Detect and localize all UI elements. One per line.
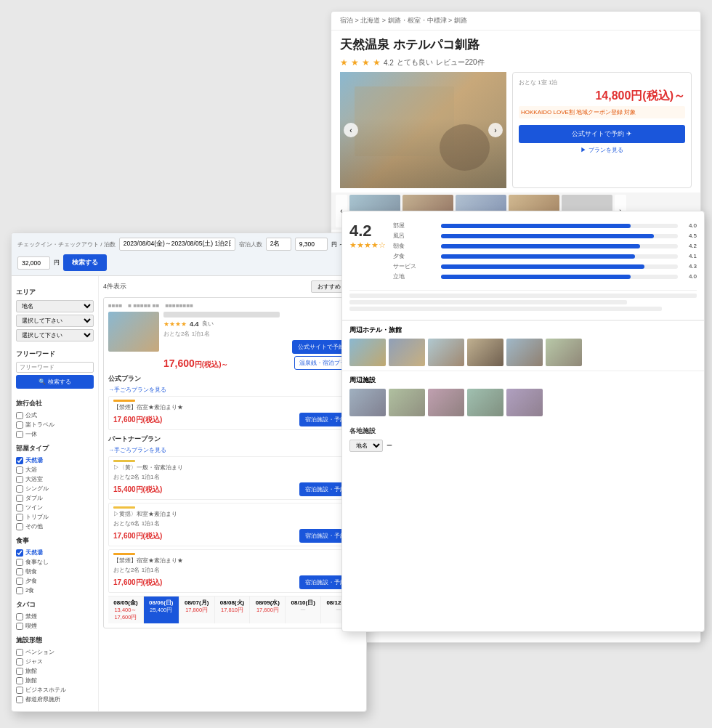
cal-0807[interactable]: 08/07(月) 17,800円 <box>179 596 215 623</box>
cb-inn[interactable]: 旅館 <box>16 676 94 684</box>
cb-other[interactable]: その他 <box>16 522 94 530</box>
public-plan-item-1: 【禁煙】宿室★素泊まり★ 17,600円(税込) 宿泊施設・予約 <box>108 396 357 430</box>
cb-onsen[interactable]: 天然湯 <box>16 456 94 464</box>
cb-business[interactable]: ビジネスホテル <box>16 686 94 694</box>
partner-plan-color-2 <box>113 506 135 509</box>
search-button[interactable]: 検索する <box>63 254 107 271</box>
nearby-hotel-3[interactable] <box>428 339 464 366</box>
next-image-button[interactable]: › <box>488 123 503 137</box>
price-unit-front: 円 <box>54 259 60 267</box>
cb-no-meal[interactable]: 食事なし <box>16 558 94 566</box>
facility-select[interactable]: 地名 <box>349 440 383 452</box>
cb-dinner[interactable]: 夕食 <box>16 577 94 585</box>
price-to-input-front[interactable] <box>17 256 50 270</box>
cb-ryokan[interactable]: 旅館 <box>16 667 94 675</box>
cal-date-0808: 08/08(火) <box>217 599 248 607</box>
cal-0809[interactable]: 08/09(水) 17,600円 <box>250 596 286 623</box>
area-filter-title: エリア <box>16 288 94 297</box>
cal-0810[interactable]: 08/10(日) ー <box>286 596 321 623</box>
rating-bar-fill-breakfast <box>441 244 640 248</box>
price-from-input[interactable] <box>295 238 328 251</box>
cal-0805[interactable]: 08/05(金) 13,400～17,600円 <box>108 596 144 623</box>
more-plans-link[interactable]: ▶ プランを見る <box>519 146 685 154</box>
review-nearby-panel: 4.2 ★★★★☆ 部屋 4.0 風呂 4.5 <box>341 211 705 632</box>
nearby-hotels-section: 周辺ホテル・旅館 <box>342 320 704 371</box>
hotel-price-block: 17,600円(税込)～ <box>163 357 229 370</box>
cal-price-0810: ー <box>287 607 319 614</box>
rating-label-bath: 風呂 <box>393 232 437 240</box>
cb-meal-onsen[interactable]: 天然湯 <box>16 549 94 557</box>
cal-price-0805: 13,400～17,600円 <box>110 607 142 621</box>
nearby-hotel-6[interactable] <box>546 339 582 366</box>
public-plans-link[interactable]: →手ごろプランを見る <box>108 386 357 394</box>
rating-overview: 4.2 ★★★★☆ 部屋 4.0 風呂 4.5 <box>349 217 697 287</box>
booking-widget: おとな 1室 1泊 14,800円(税込)～ HOKKAIDO LOVE割 地域… <box>512 72 692 188</box>
room-type-title: 部屋タイプ <box>16 444 94 453</box>
rating-row-dinner: 夕食 4.1 <box>393 252 697 260</box>
review-comments-placeholder <box>349 290 697 314</box>
partner-plans-link[interactable]: →手ごろプランを見る <box>108 446 357 454</box>
cb-bath[interactable]: 大浴 <box>16 466 94 474</box>
hotel-image[interactable] <box>108 312 159 352</box>
cb-pension[interactable]: ペンション <box>16 648 94 656</box>
cb-two-meals[interactable]: 2食 <box>16 586 94 594</box>
cb-bathroom[interactable]: 大浴室 <box>16 475 94 483</box>
score-stars: ★★★★☆ <box>349 240 386 250</box>
facility-sep: ー <box>387 442 392 450</box>
nearby-facility-2[interactable] <box>389 389 425 416</box>
sidebar-search-button[interactable]: 🔍 検索する <box>16 375 94 389</box>
nearby-hotel-1[interactable] <box>349 339 386 366</box>
prefecture-select[interactable]: 地名 <box>16 300 94 312</box>
additional-info-content: 地名 ー <box>349 440 697 452</box>
area-from-select[interactable]: 選択して下さい <box>16 315 94 327</box>
nearby-facility-3[interactable] <box>428 389 464 416</box>
cb-travel[interactable]: 楽トラベル <box>16 421 94 429</box>
hotel-per-night: おとな2名 1泊1名 <box>163 330 357 338</box>
cb-twin[interactable]: ツイン <box>16 503 94 511</box>
area-to-select[interactable]: 選択して下さい <box>16 329 94 341</box>
rating-val-dinner: 4.1 <box>682 253 697 259</box>
official-site-button[interactable]: 公式サイトで予約 ✈ <box>519 125 685 143</box>
nearby-facility-1[interactable] <box>349 389 386 416</box>
partner-plan-item-3: 【禁煙】宿室★素泊まり★ おとな2名 1泊1名 17,600円(税込) 宿泊施設… <box>108 549 357 593</box>
prev-image-button[interactable]: ‹ <box>344 123 358 137</box>
hotel-price-value: 17,600円(税込)～ <box>163 357 229 370</box>
rating-row-breakfast: 朝食 4.2 <box>393 242 697 250</box>
cal-0806[interactable]: 08/06(日) 25,400円 <box>144 596 179 623</box>
date-range-input[interactable] <box>119 238 235 251</box>
rating-label-service: サービス <box>393 262 437 270</box>
cal-0808[interactable]: 08/08(火) 17,810円 <box>215 596 251 623</box>
cal-date-0810: 08/10(日) <box>287 599 319 607</box>
cb-single[interactable]: シングル <box>16 485 94 493</box>
keyword-filter-input[interactable] <box>16 362 94 373</box>
rating-bar-bg-room <box>441 224 678 228</box>
nearby-facility-5[interactable] <box>506 389 543 416</box>
cb-ikkyu[interactable]: 一休 <box>16 430 94 438</box>
nearby-hotel-5[interactable] <box>506 339 543 366</box>
hotel-tag-2: ■ ■■■■■ ■■ <box>128 302 159 309</box>
guests-input-front[interactable] <box>266 238 291 251</box>
hotel-main-image: ‹ › <box>340 72 506 188</box>
nearby-facility-4[interactable] <box>467 389 503 416</box>
nearby-thumbs <box>349 339 697 366</box>
cb-breakfast[interactable]: 朝食 <box>16 567 94 575</box>
cb-double[interactable]: ダブル <box>16 494 94 502</box>
cb-public[interactable]: 都道府県施所 <box>16 695 94 703</box>
additional-info-title: 各地施設 <box>349 426 697 436</box>
rating-label-location: 立地 <box>393 272 437 280</box>
cb-jasu[interactable]: ジャス <box>16 658 94 666</box>
public-plans-title: 公式プラン <box>108 374 357 384</box>
nearby-hotel-2[interactable] <box>389 339 425 366</box>
rating-text: とても良い <box>397 57 433 68</box>
partner-plan-2-name: ▷黄揺〉和室★素泊まり <box>113 510 352 518</box>
cb-official[interactable]: 公式 <box>16 411 94 419</box>
keyword-filter-title: フリーワード <box>16 349 94 359</box>
partner-plans-title: パートナープラン <box>108 434 357 444</box>
rating-row-service: サービス 4.3 <box>393 262 697 270</box>
nearby-hotel-4[interactable] <box>467 339 503 366</box>
cb-triple[interactable]: トリプル <box>16 513 94 521</box>
cb-nosmoking[interactable]: 禁煙 <box>16 612 94 620</box>
results-count: 4件表示 <box>103 282 126 291</box>
cal-date-0807: 08/07(月) <box>181 599 213 607</box>
cb-smoking[interactable]: 喫煙 <box>16 622 94 630</box>
